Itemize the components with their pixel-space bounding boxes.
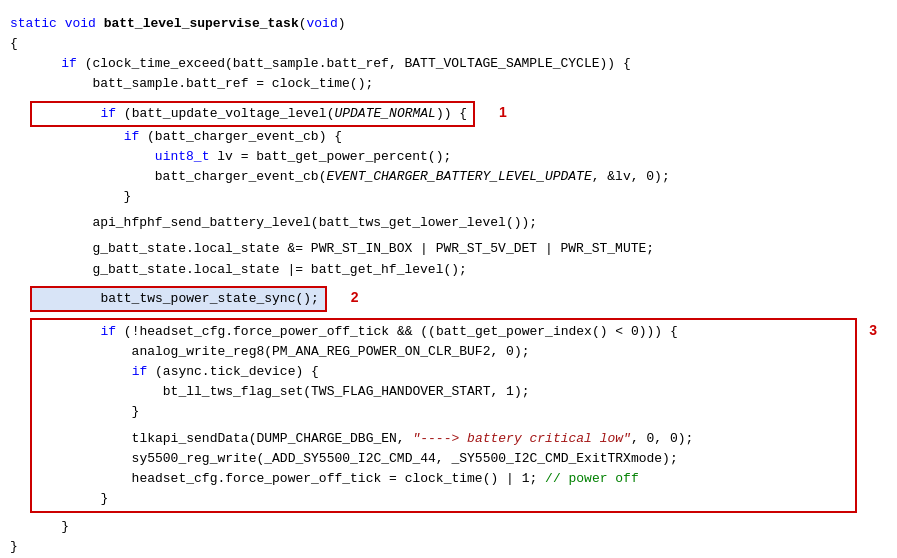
line-g-batt-2: g_batt_state.local_state |= batt_get_hf_… [10,260,887,280]
line-batt-tws-sync: batt_tws_power_state_sync(); [38,291,319,306]
line-func-sig: static void batt_level_supervise_task(vo… [10,14,887,34]
line-close-async: } [38,402,849,422]
line-close1: } [10,187,887,207]
keyword-void: void [65,16,96,31]
line-g-batt-1: g_batt_state.local_state &= PWR_ST_IN_BO… [10,239,887,259]
line-api-hfphf: api_hfphf_send_battery_level(batt_tws_ge… [10,213,887,233]
line-if-clock: if (clock_time_exceed(batt_sample.batt_r… [10,54,887,74]
line-close-outer-if: } [10,517,887,537]
line-close-function: } [10,537,887,557]
line-analog-write: analog_write_reg8(PM_ANA_REG_POWER_ON_CL… [38,342,849,362]
line-sy5500: sy5500_reg_write(_ADD_SY5500_I2C_CMD_44,… [38,449,849,469]
code-container: static void batt_level_supervise_task(vo… [0,8,897,558]
annotation-2: 2 [351,289,359,305]
line-uint8: uint8_t lv = batt_get_power_percent(); [10,147,887,167]
line-headset-force: headset_cfg.force_power_off_tick = clock… [38,469,849,489]
line-tlkapi: tlkapi_sendData(DUMP_CHARGE_DBG_EN, "---… [38,429,849,449]
line-batt-charger-event: batt_charger_event_cb(EVENT_CHARGER_BATT… [10,167,887,187]
line-if-async: if (async.tick_device) { [38,362,849,382]
line-open-brace: { [10,34,887,54]
line-if-headset: if (!headset_cfg.force_power_off_tick &&… [38,322,849,342]
keyword-static: static [10,16,57,31]
line-close-headset: } [38,489,849,509]
annotation-3: 3 [869,320,877,342]
line-if-charger: if (batt_charger_event_cb) { [10,127,887,147]
box-section-1: if (batt_update_voltage_level(UPDATE_NOR… [30,101,857,127]
annotation-1: 1 [499,104,507,120]
line-batt-ref: batt_sample.batt_ref = clock_time(); [10,74,887,94]
line-bt-ll: bt_ll_tws_flag_set(TWS_FLAG_HANDOVER_STA… [38,382,849,402]
keyword-void2: void [307,16,338,31]
line-if-batt-update: if (batt_update_voltage_level(UPDATE_NOR… [38,106,467,121]
box-section-2: batt_tws_power_state_sync(); 2 [30,286,857,312]
box-section-3: if (!headset_cfg.force_power_off_tick &&… [30,318,857,513]
